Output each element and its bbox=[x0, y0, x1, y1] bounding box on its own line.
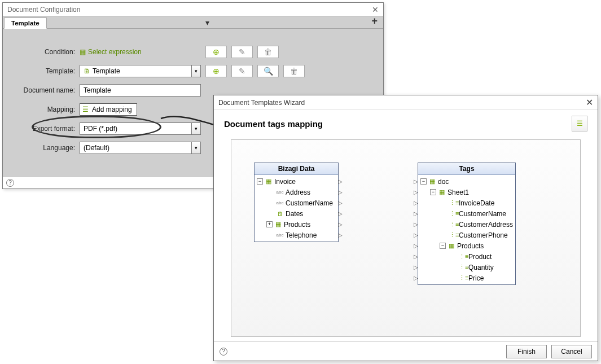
config-help-button[interactable]: ? bbox=[6, 179, 14, 187]
language-dropdown[interactable]: (Default) ▾ bbox=[80, 142, 201, 154]
tree-node[interactable]: ⋮≡ Product ▷ bbox=[420, 251, 513, 262]
condition-edit-button[interactable]: ✎ bbox=[231, 46, 253, 58]
input-port[interactable]: ▷ bbox=[414, 232, 418, 238]
input-port[interactable]: ▷ bbox=[414, 221, 418, 227]
tree-node-label: Quantity bbox=[468, 264, 494, 271]
config-tabstrip: Template ▾ + bbox=[3, 16, 383, 29]
tree-node[interactable]: ⋮≡ CustomerAddress ▷ bbox=[420, 219, 513, 230]
expression-icon: ▦ bbox=[80, 48, 86, 56]
tree-node[interactable]: ⋮≡ CustomerPhone ▷ bbox=[420, 230, 513, 240]
output-port[interactable]: ▷ bbox=[338, 221, 343, 227]
wizard-title: Document Templates Wizard bbox=[218, 99, 586, 107]
tags-tree: Tags −▦ doc ▷ −▦ Sheet1 ▷ ⋮≡ InvoiceDate bbox=[418, 163, 516, 285]
export-value: PDF (*.pdf) bbox=[80, 125, 191, 133]
input-port[interactable]: ▷ bbox=[414, 264, 418, 270]
template-dropdown[interactable]: 🗎Template ▾ bbox=[80, 65, 201, 77]
tree-node-label: CustomerName bbox=[286, 199, 333, 207]
mapping-value: Add mapping bbox=[92, 106, 132, 113]
tab-dropdown-icon[interactable]: ▾ bbox=[202, 17, 213, 28]
mapping-canvas: Bizagi Data −▦ Invoice ▷ abc Address ▷ a… bbox=[231, 139, 581, 337]
condition-label: Condition: bbox=[12, 48, 80, 56]
template-delete-button[interactable]: 🗑 bbox=[283, 65, 305, 77]
condition-add-button[interactable]: ⊕ bbox=[205, 46, 227, 58]
tree-expander[interactable]: − bbox=[430, 189, 436, 195]
input-port[interactable]: ▷ bbox=[414, 200, 418, 206]
tag-icon: ⋮≡ bbox=[449, 221, 457, 228]
tree-node[interactable]: abc Telephone ▷ bbox=[257, 230, 336, 240]
template-edit-button[interactable]: ✎ bbox=[231, 65, 253, 77]
tree-node-label: Product bbox=[468, 253, 492, 261]
input-port[interactable]: ▷ bbox=[414, 178, 418, 185]
tree-node[interactable]: abc CustomerName ▷ bbox=[257, 198, 336, 208]
tree-node-label: Telephone bbox=[286, 231, 317, 239]
output-port[interactable]: ▷ bbox=[338, 232, 343, 238]
tree-node[interactable]: ⋮≡ Quantity ▷ bbox=[420, 262, 513, 273]
tab-template[interactable]: Template bbox=[4, 17, 47, 29]
tree-node-label: Dates bbox=[286, 210, 303, 218]
mapping-label: Mapping: bbox=[12, 106, 80, 113]
tree-node[interactable]: +▦ Products ▷ bbox=[257, 219, 336, 230]
bizagi-data-tree: Bizagi Data −▦ Invoice ▷ abc Address ▷ a… bbox=[254, 163, 339, 242]
wizard-help-button[interactable]: ? bbox=[220, 348, 227, 356]
tree-node-label: Address bbox=[286, 188, 310, 196]
docname-input[interactable]: Template bbox=[80, 84, 201, 97]
export-dropdown-arrow[interactable]: ▾ bbox=[191, 123, 200, 134]
tree-node[interactable]: ⋮≡ InvoiceDate ▷ bbox=[420, 198, 513, 208]
tree-expander[interactable]: + bbox=[266, 221, 273, 227]
tree-node-label: Products bbox=[457, 242, 484, 250]
document-templates-wizard-window: Document Templates Wizard ✕ Document tag… bbox=[213, 95, 598, 361]
config-close-button[interactable]: ✕ bbox=[372, 5, 379, 14]
wizard-titlebar: Document Templates Wizard ✕ bbox=[214, 95, 598, 110]
tree-node[interactable]: ⋮≡ Price ▷ bbox=[420, 273, 513, 283]
docname-value: Template bbox=[84, 86, 111, 94]
input-port[interactable]: ▷ bbox=[414, 189, 418, 195]
output-port[interactable]: ▷ bbox=[338, 210, 343, 217]
output-port[interactable]: ▷ bbox=[338, 189, 343, 195]
wizard-close-button[interactable]: ✕ bbox=[586, 97, 593, 108]
tree-expander[interactable]: − bbox=[420, 178, 427, 185]
tree-node[interactable]: −▦ doc ▷ bbox=[420, 176, 513, 187]
tag-icon: ⋮≡ bbox=[449, 199, 457, 207]
bizagi-data-header: Bizagi Data bbox=[255, 163, 338, 175]
config-title: Document Configuration bbox=[7, 6, 372, 14]
input-port[interactable]: ▷ bbox=[414, 253, 418, 260]
template-search-button[interactable]: 🔍 bbox=[257, 65, 279, 77]
add-mapping-button[interactable]: ☰ Add mapping bbox=[80, 103, 137, 116]
text-field-icon: abc bbox=[276, 200, 284, 205]
tree-node-label: CustomerName bbox=[459, 210, 506, 218]
tab-add-button[interactable]: + bbox=[368, 14, 383, 28]
output-port[interactable]: ▷ bbox=[338, 178, 343, 185]
tree-node[interactable]: ⋮≡ CustomerName ▷ bbox=[420, 208, 513, 219]
template-dropdown-arrow[interactable]: ▾ bbox=[191, 65, 200, 77]
finish-button[interactable]: Finish bbox=[506, 345, 547, 358]
tree-node[interactable]: −▦ Invoice ▷ bbox=[257, 176, 336, 187]
condition-select-expression[interactable]: ▦ Select expression bbox=[80, 48, 201, 56]
tree-expander[interactable]: − bbox=[440, 243, 446, 249]
tree-node[interactable]: abc Address ▷ bbox=[257, 187, 336, 198]
input-port[interactable]: ▷ bbox=[414, 243, 418, 249]
entity-icon: ▦ bbox=[428, 178, 436, 185]
template-add-button[interactable]: ⊕ bbox=[205, 65, 227, 77]
export-label: Export format: bbox=[12, 125, 80, 133]
tree-expander[interactable]: − bbox=[257, 178, 263, 185]
mapping-tool-button[interactable]: ☰ bbox=[572, 116, 587, 131]
tag-icon: ⋮≡ bbox=[459, 264, 467, 271]
template-file-icon: 🗎 bbox=[84, 67, 90, 75]
condition-delete-button[interactable]: 🗑 bbox=[257, 46, 279, 58]
template-label: Template: bbox=[12, 67, 80, 75]
entity-icon: ▦ bbox=[438, 188, 446, 196]
tree-node[interactable]: −▦ Sheet1 ▷ bbox=[420, 187, 513, 198]
language-dropdown-arrow[interactable]: ▾ bbox=[191, 142, 200, 154]
output-port[interactable]: ▷ bbox=[338, 200, 343, 206]
tree-node-label: Invoice bbox=[274, 178, 296, 186]
cancel-button[interactable]: Cancel bbox=[551, 345, 592, 358]
tree-node[interactable]: 🗓 Dates ▷ bbox=[257, 208, 336, 219]
entity-icon: ▦ bbox=[448, 242, 455, 249]
tree-node-label: CustomerPhone bbox=[459, 231, 508, 239]
export-format-dropdown[interactable]: PDF (*.pdf) ▾ bbox=[80, 122, 201, 135]
entity-icon: ▦ bbox=[265, 178, 273, 185]
input-port[interactable]: ▷ bbox=[414, 275, 418, 281]
tree-node-label: doc bbox=[438, 178, 449, 186]
input-port[interactable]: ▷ bbox=[414, 210, 418, 217]
tree-node[interactable]: −▦ Products ▷ bbox=[420, 240, 513, 251]
